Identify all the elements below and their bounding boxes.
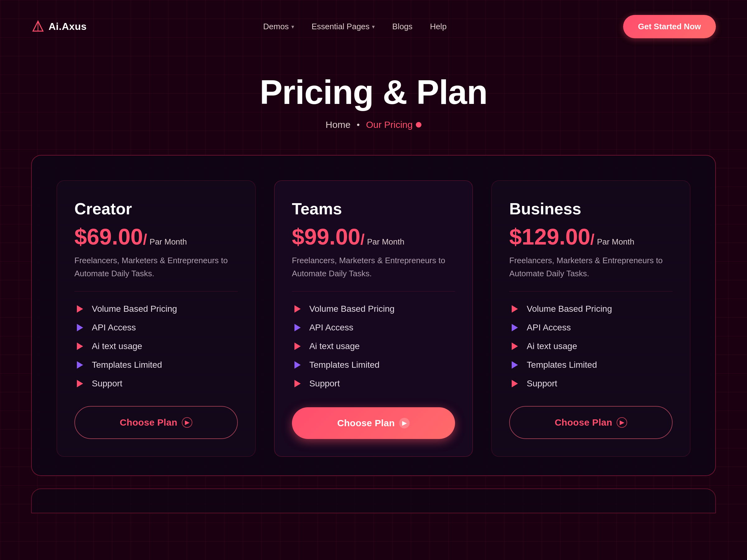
business-features: Volume Based Pricing API Access Ai text … bbox=[509, 304, 673, 389]
list-item: API Access bbox=[509, 323, 673, 332]
list-item: Volume Based Pricing bbox=[509, 304, 673, 314]
teams-price: $99.00/ bbox=[292, 225, 365, 248]
business-price-row: $129.00/ Par Month bbox=[509, 225, 673, 248]
list-item: Templates Limited bbox=[292, 360, 455, 370]
business-divider bbox=[509, 291, 673, 292]
page-wrapper: Ai.Axus Demos ▾ Essential Pages ▾ Blogs … bbox=[0, 0, 747, 560]
nav-blogs[interactable]: Blogs bbox=[392, 22, 412, 31]
choose-plan-arrow-icon: ▶ bbox=[399, 418, 410, 428]
teams-divider bbox=[292, 291, 455, 292]
chevron-down-icon: ▾ bbox=[291, 23, 294, 30]
feature-arrow-icon bbox=[292, 379, 302, 389]
feature-arrow-icon bbox=[74, 379, 84, 389]
list-item: Templates Limited bbox=[74, 360, 238, 370]
hero-section: Pricing & Plan Home • Our Pricing bbox=[260, 48, 487, 149]
feature-arrow-icon bbox=[74, 304, 84, 314]
breadcrumb-current: Our Pricing bbox=[366, 119, 421, 130]
creator-description: Freelancers, Marketers & Entrepreneurs t… bbox=[74, 254, 238, 280]
teams-features: Volume Based Pricing API Access Ai text … bbox=[292, 304, 455, 390]
teams-plan-card: Teams $99.00/ Par Month Freelancers, Mar… bbox=[274, 181, 473, 457]
page-title: Pricing & Plan bbox=[260, 73, 487, 111]
feature-arrow-icon bbox=[292, 341, 302, 351]
creator-divider bbox=[74, 291, 238, 292]
list-item: API Access bbox=[292, 323, 455, 332]
feature-arrow-icon bbox=[509, 304, 519, 314]
list-item: Templates Limited bbox=[509, 360, 673, 370]
logo-icon bbox=[31, 20, 45, 34]
list-item: Support bbox=[509, 379, 673, 389]
pricing-section: Creator $69.00/ Par Month Freelancers, M… bbox=[31, 155, 716, 476]
list-item: Support bbox=[74, 379, 238, 389]
creator-features: Volume Based Pricing API Access Ai text … bbox=[74, 304, 238, 389]
teams-description: Freelancers, Marketers & Entrepreneurs t… bbox=[292, 254, 455, 280]
breadcrumb-home[interactable]: Home bbox=[326, 119, 351, 130]
logo[interactable]: Ai.Axus bbox=[31, 20, 87, 34]
feature-arrow-icon bbox=[509, 323, 519, 332]
nav-links: Demos ▾ Essential Pages ▾ Blogs Help bbox=[263, 22, 447, 31]
creator-price-row: $69.00/ Par Month bbox=[74, 225, 238, 248]
feature-arrow-icon bbox=[509, 379, 519, 389]
feature-arrow-icon bbox=[74, 341, 84, 351]
list-item: Support bbox=[292, 379, 455, 389]
breadcrumb-dot-icon bbox=[416, 122, 421, 128]
teams-choose-plan-button[interactable]: Choose Plan ▶ bbox=[292, 407, 455, 439]
creator-period: Par Month bbox=[150, 237, 187, 247]
feature-arrow-icon bbox=[74, 323, 84, 332]
feature-arrow-icon bbox=[292, 304, 302, 314]
list-item: Ai text usage bbox=[74, 341, 238, 351]
creator-plan-card: Creator $69.00/ Par Month Freelancers, M… bbox=[57, 181, 256, 457]
feature-arrow-icon bbox=[509, 341, 519, 351]
list-item: API Access bbox=[74, 323, 238, 332]
business-plan-name: Business bbox=[509, 199, 673, 218]
feature-arrow-icon bbox=[509, 360, 519, 370]
choose-plan-arrow-icon: ▶ bbox=[182, 417, 192, 428]
breadcrumb-separator: • bbox=[357, 120, 360, 130]
business-price: $129.00/ bbox=[509, 225, 594, 248]
creator-price: $69.00/ bbox=[74, 225, 147, 248]
nav-help[interactable]: Help bbox=[430, 22, 446, 31]
bottom-section-peek bbox=[31, 488, 716, 513]
creator-plan-name: Creator bbox=[74, 199, 238, 218]
list-item: Volume Based Pricing bbox=[292, 304, 455, 314]
creator-choose-plan-button[interactable]: Choose Plan ▶ bbox=[74, 406, 238, 439]
business-description: Freelancers, Marketers & Entrepreneurs t… bbox=[509, 254, 673, 280]
teams-plan-name: Teams bbox=[292, 199, 455, 218]
breadcrumb: Home • Our Pricing bbox=[260, 119, 487, 130]
business-plan-card: Business $129.00/ Par Month Freelancers,… bbox=[491, 181, 690, 457]
business-choose-plan-button[interactable]: Choose Plan ▶ bbox=[509, 406, 673, 439]
logo-text: Ai.Axus bbox=[49, 21, 87, 32]
list-item: Volume Based Pricing bbox=[74, 304, 238, 314]
list-item: Ai text usage bbox=[509, 341, 673, 351]
nav-essential-pages[interactable]: Essential Pages ▾ bbox=[312, 22, 375, 31]
list-item: Ai text usage bbox=[292, 341, 455, 351]
navbar: Ai.Axus Demos ▾ Essential Pages ▾ Blogs … bbox=[31, 0, 716, 48]
teams-price-row: $99.00/ Par Month bbox=[292, 225, 455, 248]
get-started-button[interactable]: Get Started Now bbox=[623, 15, 716, 38]
choose-plan-arrow-icon: ▶ bbox=[617, 417, 627, 428]
teams-period: Par Month bbox=[367, 237, 404, 247]
feature-arrow-icon bbox=[292, 360, 302, 370]
nav-demos[interactable]: Demos ▾ bbox=[263, 22, 294, 31]
pricing-grid: Creator $69.00/ Par Month Freelancers, M… bbox=[57, 181, 690, 457]
chevron-down-icon: ▾ bbox=[372, 23, 375, 30]
feature-arrow-icon bbox=[292, 323, 302, 332]
feature-arrow-icon bbox=[74, 360, 84, 370]
business-period: Par Month bbox=[597, 237, 634, 247]
